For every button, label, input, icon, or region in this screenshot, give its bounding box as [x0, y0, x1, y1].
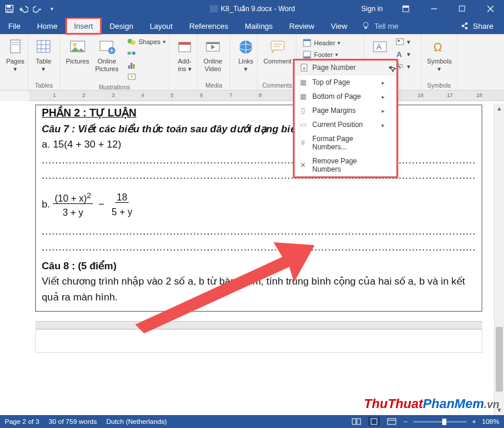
undo-icon[interactable] — [19, 4, 28, 14]
svg-rect-51 — [303, 39, 311, 41]
word-icon — [209, 4, 218, 14]
vertical-scrollbar[interactable]: ▲ ▼ — [494, 103, 504, 415]
online-video-button[interactable]: Online Video — [202, 36, 223, 73]
document-canvas[interactable]: PHẦN 2 : TỰ LUẬN Câu 7 : Viết các biểu t… — [0, 101, 504, 419]
links-button[interactable]: Links▾ — [235, 36, 256, 73]
wordart-icon: A — [395, 49, 405, 59]
symbols-button[interactable]: Ω Symbols▾ — [426, 36, 453, 73]
wordart-button[interactable]: A▾ — [394, 49, 412, 59]
maximize-button[interactable] — [449, 0, 476, 18]
sign-in-link[interactable]: Sign in — [353, 5, 391, 13]
svg-rect-8 — [459, 6, 465, 11]
tab-home[interactable]: Home — [29, 18, 66, 34]
tab-layout[interactable]: Layout — [142, 18, 181, 34]
svg-rect-36 — [131, 63, 132, 69]
ribbon: Pages▾ Table▾ Tables Pictures Online Pic… — [0, 34, 504, 91]
line-a: a. 15(4 + 30 + 12) — [42, 137, 476, 152]
group-label-illustrations: Illustrations — [65, 82, 164, 91]
tab-mailings[interactable]: Mailings — [236, 18, 281, 34]
menu-top-of-page[interactable]: ▦Top of Page▸ — [295, 75, 396, 89]
svg-rect-33 — [132, 52, 135, 55]
tab-design[interactable]: Design — [101, 18, 141, 34]
online-picture-icon — [98, 38, 116, 56]
status-wordcount[interactable]: 30 of 759 words — [49, 418, 97, 425]
group-label-pages — [5, 88, 23, 89]
tab-view[interactable]: View — [322, 18, 355, 34]
menu-format-page-numbers[interactable]: #Format Page Numbers... — [295, 132, 396, 154]
zoom-slider[interactable] — [413, 421, 466, 423]
tell-me[interactable]: Tell me — [355, 18, 398, 34]
svg-text:Ω: Ω — [433, 41, 442, 54]
tab-file[interactable]: File — [0, 18, 29, 34]
group-label-links — [235, 88, 252, 89]
pictures-button[interactable]: Pictures — [65, 36, 91, 66]
tab-review[interactable]: Review — [281, 18, 323, 34]
svg-rect-20 — [12, 44, 19, 45]
pages-button[interactable]: Pages▾ — [5, 36, 26, 73]
status-page[interactable]: Page 2 of 3 — [5, 418, 39, 425]
menu-remove-page-numbers[interactable]: ✕Remove Page Numbers — [295, 154, 396, 176]
svg-rect-2 — [8, 9, 11, 12]
shapes-button[interactable]: Shapes ▾ — [126, 36, 167, 47]
menu-bottom-of-page[interactable]: ▦Bottom of Page▸ — [295, 89, 396, 103]
ribbon-display-icon[interactable] — [392, 0, 419, 18]
header-icon — [302, 38, 312, 48]
zoom-in-icon[interactable]: + — [472, 418, 476, 425]
svg-rect-32 — [128, 52, 131, 55]
menu-page-margins[interactable]: ▯Page Margins▸ — [295, 103, 396, 118]
group-label-comments: Comments — [262, 81, 291, 89]
zoom-out-icon[interactable]: − — [403, 418, 408, 425]
save-icon[interactable] — [5, 4, 14, 14]
minimize-button[interactable] — [420, 0, 448, 18]
read-mode-icon[interactable] — [351, 417, 362, 426]
table-icon — [34, 38, 53, 56]
page-number-menu: # Page Number ▾ ▦Top of Page▸ ▦Bottom of… — [294, 60, 397, 177]
group-label-symbols: Symbols — [426, 81, 452, 89]
redo-icon[interactable] — [33, 4, 42, 14]
heading-phan2: PHẦN 2 : TỰ LUẬN — [42, 105, 476, 122]
svg-rect-41 — [179, 42, 191, 45]
svg-point-27 — [73, 43, 76, 46]
qat-more-icon[interactable]: ▾ — [47, 4, 56, 14]
online-pictures-button[interactable]: Online Pictures — [94, 36, 120, 73]
ruler: 12 34 56 78 1617 18 — [0, 91, 504, 101]
picture-icon — [68, 38, 87, 56]
svg-rect-53 — [303, 56, 311, 58]
status-language[interactable]: Dutch (Netherlands) — [106, 418, 167, 425]
tab-references[interactable]: References — [181, 18, 236, 34]
svg-line-17 — [463, 26, 466, 28]
svg-rect-4 — [209, 5, 218, 12]
comment-button[interactable]: Comment — [262, 36, 293, 66]
svg-text:A: A — [396, 50, 402, 59]
page-number-button[interactable]: # Page Number ▾ — [295, 61, 396, 75]
share-button[interactable]: Share — [449, 18, 504, 34]
smartart-button[interactable] — [126, 48, 167, 59]
svg-rect-68 — [388, 419, 396, 424]
dotted-line: ........................................… — [42, 224, 476, 239]
tab-insert[interactable]: Insert — [66, 18, 102, 34]
menu-current-position[interactable]: ▭Current Position▸ — [295, 118, 396, 132]
dotted-line: ........................................… — [42, 168, 476, 183]
svg-rect-67 — [371, 419, 377, 424]
svg-rect-19 — [12, 42, 19, 43]
footer-button[interactable]: Footer ▾ — [301, 49, 359, 60]
print-layout-icon[interactable] — [368, 417, 380, 426]
web-layout-icon[interactable] — [386, 417, 398, 426]
zoom-value[interactable]: 108% — [482, 418, 499, 425]
svg-rect-43 — [206, 42, 219, 44]
group-label-media: Media — [202, 81, 225, 89]
title-bar: ▾ K8_Tuần 9.docx - Word Sign in — [0, 0, 504, 18]
screenshot-button[interactable] — [126, 72, 167, 82]
quickparts-icon — [395, 37, 405, 46]
scroll-up-icon[interactable]: ▲ — [495, 103, 504, 113]
scroll-thumb[interactable] — [496, 327, 503, 392]
chart-button[interactable] — [126, 60, 167, 71]
addins-button[interactable]: Add- ins ▾ — [174, 36, 195, 73]
table-button[interactable]: Table▾ — [33, 36, 54, 73]
group-label-tables: Tables — [33, 81, 55, 89]
body-cau8: Viết chương trình nhập vào 2 số a, b từ … — [42, 274, 476, 305]
quick-parts-button[interactable]: ▾ — [394, 36, 412, 47]
close-button[interactable] — [477, 0, 504, 18]
svg-rect-37 — [133, 64, 135, 69]
header-button[interactable]: Header ▾ — [301, 38, 359, 48]
